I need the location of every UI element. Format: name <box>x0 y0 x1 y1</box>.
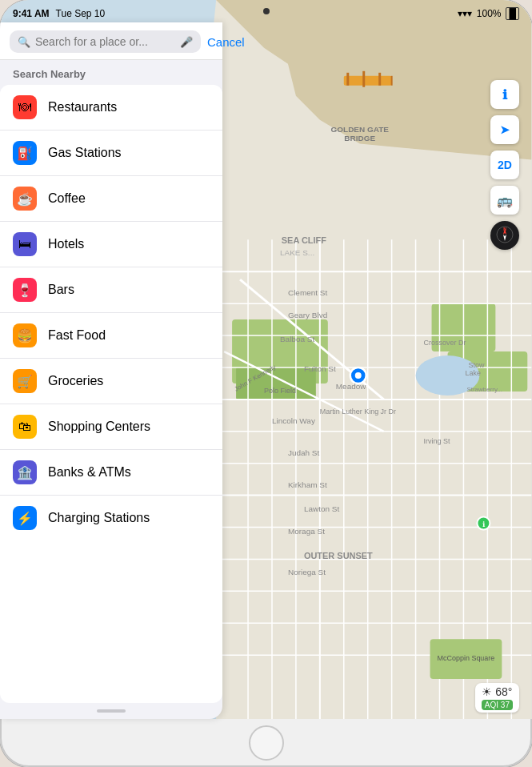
transit-button[interactable]: 🚌 <box>490 186 519 215</box>
search-input-wrap[interactable]: 🔍 🎤 <box>10 30 201 53</box>
search-input[interactable] <box>35 35 175 48</box>
nearby-item-groceries-label: Groceries <box>48 374 103 388</box>
info-icon: ℹ <box>502 87 507 102</box>
nearby-item-groceries[interactable]: 🛒Groceries <box>0 359 222 404</box>
banks-atms-icon: 🏦 <box>13 460 37 484</box>
cancel-button[interactable]: Cancel <box>207 35 245 49</box>
nearby-item-gas-stations[interactable]: ⛽Gas Stations <box>0 131 222 176</box>
battery-icon: █ <box>506 7 519 20</box>
battery-level: 100% <box>477 8 502 19</box>
view-2d-button[interactable]: 2D <box>490 151 519 179</box>
nearby-item-hotels-label: Hotels <box>48 237 84 251</box>
nearby-item-bars-label: Bars <box>48 283 74 297</box>
svg-text:OUTER SUNSET: OUTER SUNSET <box>304 551 373 560</box>
nearby-item-fast-food-label: Fast Food <box>48 328 106 343</box>
status-right: ▾▾▾ 100% █ <box>458 7 519 20</box>
svg-text:BRIDGE: BRIDGE <box>344 134 375 143</box>
nearby-item-restaurants-label: Restaurants <box>48 100 117 114</box>
coffee-icon: ☕ <box>13 187 37 211</box>
nearby-item-banks-atms-label: Banks & ATMs <box>48 465 131 480</box>
groceries-icon: 🛒 <box>13 369 37 393</box>
fast-food-icon: 🍔 <box>13 323 37 347</box>
location-button[interactable]: ➤ <box>490 115 519 144</box>
svg-text:Irving St: Irving St <box>424 437 450 445</box>
nearby-list: 🍽Restaurants⛽Gas Stations☕Coffee🛏Hotels🍷… <box>0 85 222 703</box>
search-bar-row: 🔍 🎤 Cancel <box>0 22 222 60</box>
gas-stations-icon: ⛽ <box>13 141 37 165</box>
temperature: ☀ 68° <box>482 685 512 698</box>
nearby-item-hotels[interactable]: 🛏Hotels <box>0 222 222 267</box>
svg-text:Kirkham St: Kirkham St <box>288 480 327 489</box>
bars-icon: 🍷 <box>13 278 37 302</box>
nearby-item-charging-stations[interactable]: ⚡Charging Stations <box>0 496 222 540</box>
map-controls: ℹ ➤ 2D 🚌 N <box>490 80 519 250</box>
wifi-icon: ▾▾▾ <box>458 8 472 19</box>
nearby-item-charging-stations-label: Charging Stations <box>48 511 150 525</box>
nearby-item-gas-stations-label: Gas Stations <box>48 146 122 160</box>
svg-text:McCoppin Square: McCoppin Square <box>438 654 495 662</box>
svg-text:Lincoln Way: Lincoln Way <box>272 416 315 425</box>
drag-indicator <box>97 709 126 713</box>
svg-text:Stow: Stow <box>468 361 484 369</box>
svg-text:GOLDEN GATE: GOLDEN GATE <box>331 125 390 134</box>
svg-text:Crossover Dr: Crossover Dr <box>424 339 466 347</box>
aqi-badge: AQI 37 <box>482 700 513 710</box>
status-date: Tue Sep 10 <box>56 8 106 19</box>
nearby-item-shopping-centers-label: Shopping Centers <box>48 420 150 434</box>
svg-text:LAKE S...: LAKE S... <box>280 248 314 257</box>
mic-icon[interactable]: 🎤 <box>180 36 193 48</box>
svg-text:Meadow: Meadow <box>336 382 366 391</box>
compass-button[interactable]: N <box>490 221 519 250</box>
nearby-item-fast-food[interactable]: 🍔Fast Food <box>0 313 222 359</box>
svg-text:Lawton St: Lawton St <box>304 504 340 513</box>
svg-text:Moraga St: Moraga St <box>288 527 325 536</box>
restaurants-icon: 🍽 <box>13 95 37 119</box>
nearby-item-banks-atms[interactable]: 🏦Banks & ATMs <box>0 450 222 496</box>
status-time: 9:41 AM <box>13 8 50 19</box>
svg-text:Noriega St: Noriega St <box>288 568 326 576</box>
svg-text:Martin Luther King Jr Dr: Martin Luther King Jr Dr <box>320 408 396 416</box>
ipad-frame: 9:41 AM Tue Sep 10 ▾▾▾ 100% █ <box>0 0 532 767</box>
search-icon: 🔍 <box>18 36 30 48</box>
svg-point-41 <box>355 372 362 379</box>
svg-text:Polo Field: Polo Field <box>264 387 296 395</box>
nearby-item-coffee-label: Coffee <box>48 191 86 206</box>
svg-text:Geary Blvd: Geary Blvd <box>288 311 327 319</box>
transit-icon: 🚌 <box>497 193 513 208</box>
search-nearby-label: Search Nearby <box>0 60 222 85</box>
svg-text:SEA CLIFF: SEA CLIFF <box>282 235 327 245</box>
nearby-item-shopping-centers[interactable]: 🛍Shopping Centers <box>0 404 222 450</box>
weather-badge: ☀ 68° AQI 37 <box>475 683 519 713</box>
svg-text:Lake: Lake <box>465 369 480 377</box>
nearby-item-restaurants[interactable]: 🍽Restaurants <box>0 85 222 131</box>
svg-text:Clement St: Clement St <box>288 288 328 297</box>
home-button[interactable] <box>249 725 284 761</box>
shopping-centers-icon: 🛍 <box>13 415 37 439</box>
svg-text:N: N <box>503 227 506 231</box>
hotels-icon: 🛏 <box>13 232 37 256</box>
nearby-item-coffee[interactable]: ☕Coffee <box>0 176 222 222</box>
svg-text:Balboa St: Balboa St <box>280 335 314 343</box>
svg-rect-34 <box>344 76 392 86</box>
svg-text:Judah St: Judah St <box>288 448 320 457</box>
charging-stations-icon: ⚡ <box>13 506 37 530</box>
location-arrow-icon: ➤ <box>500 123 510 136</box>
nearby-item-bars[interactable]: 🍷Bars <box>0 267 222 313</box>
camera <box>263 8 270 14</box>
svg-text:Fulton St: Fulton St <box>304 364 336 373</box>
view-2d-label: 2D <box>498 159 512 171</box>
info-button[interactable]: ℹ <box>490 80 519 109</box>
compass-icon: N <box>496 226 514 245</box>
search-panel: 🔍 🎤 Cancel Search Nearby 🍽Restaurants⛽Ga… <box>0 22 222 719</box>
svg-text:Strawberry...: Strawberry... <box>466 386 502 393</box>
